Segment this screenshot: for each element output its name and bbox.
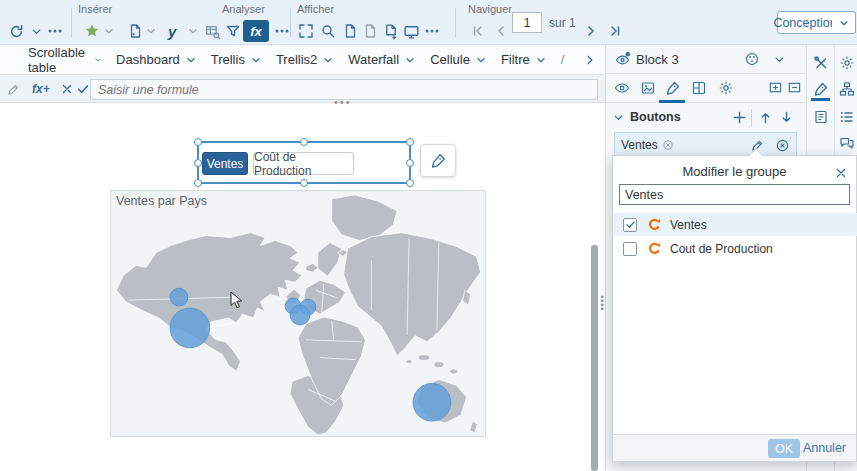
section-collapse-icon[interactable] (612, 111, 625, 124)
widget-builder-button[interactable] (420, 144, 456, 177)
resize-handle-s[interactable] (300, 179, 308, 187)
section-divider (751, 109, 752, 127)
tab-scroll-right-icon[interactable] (583, 53, 597, 67)
resize-handle-e[interactable] (406, 159, 414, 167)
map-bubble-canada[interactable] (170, 288, 188, 306)
selected-widget-frame[interactable]: Ventes Coût de Production (197, 141, 411, 184)
buttons-section-label: Boutons (630, 110, 681, 124)
insert-variable-icon[interactable]: y (168, 20, 176, 42)
presentation-mode-icon[interactable] (403, 20, 420, 42)
cancel-formula-icon[interactable] (60, 79, 74, 99)
analyze-more-icon[interactable] (274, 20, 290, 42)
cout-de-production-filter-button[interactable]: Coût de Production (253, 152, 354, 175)
hierarchy-icon[interactable] (839, 81, 855, 97)
move-up-icon[interactable] (758, 110, 773, 125)
tab-dashboard[interactable]: Dashboard (116, 52, 197, 67)
dialog-item-label: Cout de Production (670, 242, 773, 256)
page-view-icon[interactable] (342, 20, 358, 42)
collapse-sections-icon[interactable] (787, 80, 802, 95)
tab-appearance-image-icon[interactable] (640, 80, 656, 96)
tab-filtre[interactable]: Filtre (501, 52, 547, 67)
quick-display-icon[interactable] (362, 20, 378, 42)
measure-icon (647, 217, 662, 232)
design-mode-button[interactable]: Conception (777, 11, 833, 34)
dialog-item-ventes[interactable]: Ventes (613, 213, 857, 236)
map-bubble-usa[interactable] (170, 308, 210, 348)
panel-tab-strip (606, 74, 806, 103)
formula-toggle-button[interactable]: fx (243, 20, 269, 42)
page-number-input[interactable] (512, 12, 542, 33)
add-button-icon[interactable] (732, 110, 747, 125)
tab-truncated[interactable]: / (561, 52, 570, 67)
navigate-group-label: Naviguer (468, 3, 512, 15)
report-canvas[interactable]: Ventes Coût de Production (0, 103, 605, 471)
last-page-icon[interactable] (607, 20, 623, 42)
previous-page-icon[interactable] (493, 20, 509, 42)
insert-element-icon[interactable] (84, 20, 100, 42)
settings-gear-icon[interactable] (839, 55, 855, 71)
resize-handle-nw[interactable] (194, 138, 202, 146)
resize-handle-sw[interactable] (194, 179, 202, 187)
checkbox-checked[interactable] (623, 218, 637, 232)
more-actions-icon[interactable] (47, 20, 63, 42)
palette-icon[interactable] (744, 51, 760, 67)
next-page-icon[interactable] (583, 20, 599, 42)
display-more-icon[interactable] (424, 20, 440, 42)
resize-handle-ne[interactable] (406, 138, 414, 146)
toolbar-divider (290, 8, 291, 37)
first-page-icon[interactable] (470, 20, 486, 42)
refresh-dropdown-icon[interactable] (30, 20, 43, 42)
filter-icon[interactable] (225, 20, 241, 42)
ventes-filter-button[interactable]: Ventes (202, 152, 248, 175)
add-page-icon[interactable] (382, 20, 399, 42)
tab-scrollable-table[interactable]: Scrollable table (28, 45, 102, 75)
tab-style-brush-icon[interactable] (665, 80, 681, 96)
resize-handle-n[interactable] (300, 138, 308, 146)
tab-layout-grid-icon[interactable] (691, 80, 707, 96)
edit-formula-icon[interactable] (6, 79, 21, 99)
tab-trellis2[interactable]: Trellis2 (276, 52, 334, 67)
map-bubble-australia[interactable] (413, 383, 451, 421)
zoom-icon[interactable] (320, 20, 336, 42)
expand-sections-icon[interactable] (768, 80, 783, 95)
insert-element-dropdown-icon[interactable] (103, 20, 115, 42)
insert-data-table-icon[interactable] (204, 20, 221, 42)
panel-header-dropdown-icon[interactable] (773, 53, 786, 66)
formula-splitter-handle[interactable]: ••• (334, 96, 352, 108)
comments-icon[interactable] (839, 135, 855, 151)
tab-trellis[interactable]: Trellis (211, 52, 262, 67)
format-brush-icon[interactable] (813, 81, 829, 97)
ok-button[interactable]: OK (768, 439, 800, 458)
formula-bar: fx+ (0, 75, 605, 103)
create-variable-icon[interactable]: fx+ (32, 79, 50, 99)
tab-settings-gear-icon[interactable] (718, 80, 734, 96)
move-down-icon[interactable] (779, 110, 794, 125)
remove-button-icon[interactable] (775, 138, 790, 153)
tab-visibility-eye-icon[interactable] (614, 80, 630, 96)
tools-icon[interactable] (813, 55, 829, 71)
refresh-button[interactable] (8, 20, 25, 42)
checkbox-unchecked[interactable] (623, 242, 637, 256)
greenland (332, 195, 397, 241)
dialog-item-cout-de-production[interactable]: Cout de Production (613, 237, 857, 260)
cancel-button[interactable]: Annuler (803, 441, 846, 455)
panel-splitter-handle[interactable]: •••• (599, 295, 605, 311)
resize-handle-se[interactable] (406, 179, 414, 187)
group-name-input[interactable] (619, 184, 850, 205)
fullscreen-icon[interactable] (298, 20, 314, 42)
map-widget[interactable]: Ventes par Pays (110, 190, 486, 437)
resize-handle-w[interactable] (194, 159, 202, 167)
map-bubble-france[interactable] (290, 305, 310, 325)
insert-variable-dropdown-icon[interactable] (187, 20, 199, 42)
tab-cellule[interactable]: Cellule (430, 52, 487, 67)
insert-report-icon[interactable] (127, 20, 143, 42)
validate-formula-icon[interactable] (76, 79, 90, 99)
form-document-icon[interactable] (813, 109, 829, 125)
borneo (434, 362, 444, 368)
insert-report-dropdown-icon[interactable] (145, 20, 157, 42)
outline-list-icon[interactable] (839, 109, 855, 125)
tab-waterfall[interactable]: Waterfall (348, 52, 416, 67)
dialog-close-icon[interactable] (834, 163, 848, 181)
canvas-vertical-scrollbar[interactable] (591, 245, 598, 471)
design-mode-dropdown[interactable] (832, 11, 856, 34)
